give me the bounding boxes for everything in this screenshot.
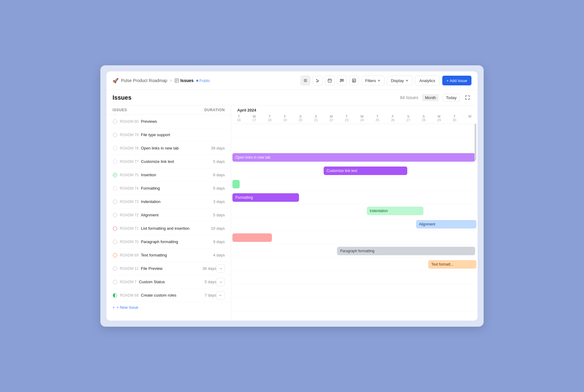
scroll-right-btn[interactable]: → (216, 264, 225, 273)
toolbar-actions: Filters Display Analytics + Add Issue (301, 76, 471, 85)
bar-label: Formatting (235, 195, 253, 200)
issue-row: ROADM 74 Formatting 5 days (106, 182, 231, 195)
issue-left: ROADM 74 Formatting (113, 186, 203, 191)
breadcrumb: 🚀 Pulse Product Roadmap > Issues Public (113, 78, 210, 84)
gantt-row-list-formatting (231, 231, 478, 244)
gantt-bar-list-formatting[interactable] (232, 233, 272, 242)
circle-pink-icon (113, 226, 117, 231)
issue-left: ROADM 12 File Preview (113, 266, 195, 271)
issue-name[interactable]: Formatting (141, 186, 160, 191)
issues-title: Issues (113, 94, 131, 101)
issue-name[interactable]: Insertion (141, 173, 156, 177)
circle-dashed-icon (113, 160, 117, 164)
issue-left: ROADM 73 Indentation (113, 199, 203, 204)
issue-name[interactable]: Indentation (141, 199, 160, 204)
issue-status-icon (113, 213, 117, 218)
issues-count: 84 Issues (400, 95, 418, 100)
issue-name[interactable]: File type support (141, 132, 170, 137)
table-view-btn[interactable] (349, 76, 359, 85)
issue-id: ROADM 71 (120, 226, 138, 231)
gantt-bar-open-links[interactable]: Open links in new tab (232, 153, 475, 162)
issue-name[interactable]: File Preview (141, 266, 162, 271)
scrollbar-thumb[interactable] (474, 124, 476, 160)
scrollbar-track[interactable] (474, 105, 476, 321)
gantt-bar-customize-link[interactable]: Customize link text (324, 167, 407, 175)
issue-status-icon (113, 226, 117, 231)
issue-left: ROADM 71 List formatting and insertion (113, 226, 203, 231)
issue-status-icon (113, 253, 117, 258)
bar-label: Open links in new tab (235, 155, 270, 160)
issue-status-icon (113, 132, 117, 137)
issue-name[interactable]: Paragraph formatting (141, 239, 178, 244)
issue-row: ROADM 68 Create custom roles 7 days ← (106, 289, 231, 302)
issue-status-icon (113, 239, 117, 244)
project-name: Pulse Product Roadmap (121, 78, 167, 83)
board-view-btn[interactable] (337, 76, 347, 85)
circle-dashed-icon (113, 186, 117, 191)
issue-name[interactable]: Customize link text (141, 159, 174, 164)
issue-duration: 10 days (203, 226, 225, 231)
svg-rect-17 (352, 79, 356, 82)
analytics-button[interactable]: Analytics (415, 76, 440, 85)
list-view-btn[interactable] (301, 76, 310, 85)
new-issue-row[interactable]: + + New Issue (106, 302, 231, 313)
issue-duration: 5 days (203, 213, 225, 217)
issue-row: ROADM 73 Indentation 3 days (106, 195, 231, 208)
day-cell: S27 (401, 114, 416, 124)
circle-dashed-icon (113, 146, 117, 150)
issue-name[interactable]: Text formatting (141, 253, 167, 257)
chevron-down-icon-2 (405, 79, 408, 82)
add-issue-button[interactable]: + Add Issue (442, 76, 471, 85)
issue-id: ROADM 72 (120, 213, 138, 217)
issue-id: ROADM 12 (120, 266, 138, 271)
issue-id: ROADM 69 (120, 253, 138, 257)
calendar-view-btn[interactable] (325, 76, 335, 85)
gantt-bar-insertion[interactable] (232, 180, 240, 188)
gantt-icon (315, 78, 320, 83)
issue-name[interactable]: Alignment (141, 213, 158, 217)
issue-id: ROADM 70 (120, 240, 138, 244)
month-view-button[interactable]: Month (422, 94, 439, 101)
issue-id: ROADM 78 (120, 146, 138, 150)
filters-dropdown[interactable]: Filters (361, 76, 384, 85)
issue-name[interactable]: List formatting and insertion (141, 226, 189, 231)
issue-duration: 5 days (195, 280, 216, 284)
issue-status-icon (113, 159, 117, 164)
gantt-view-btn[interactable] (313, 76, 322, 85)
scroll-left-btn[interactable]: ← (216, 291, 225, 300)
gantt-bar-alignment[interactable]: Alignment (416, 220, 477, 229)
issue-name[interactable]: Open links in new tab (141, 146, 179, 150)
today-button[interactable]: Today (443, 94, 460, 101)
circle-empty-icon (113, 200, 117, 204)
gantt-bar-indentation[interactable]: Indentation (367, 207, 423, 215)
circle-empty-icon (113, 213, 117, 217)
circle-empty-icon (113, 280, 117, 284)
issue-name[interactable]: Previews (141, 119, 157, 124)
day-cell: T18 (262, 114, 277, 124)
svg-rect-9 (316, 81, 318, 82)
board-icon (340, 78, 344, 83)
issue-left: ROADM 72 Alignment (113, 213, 203, 218)
day-cell: S21 (308, 114, 324, 124)
expand-button[interactable] (464, 94, 471, 101)
issue-row: ROADM 72 Alignment 5 days (106, 208, 231, 222)
list-icon (303, 78, 308, 83)
gantt-row-open-links: Open links in new tab (231, 151, 478, 164)
svg-rect-15 (341, 79, 342, 81)
display-dropdown[interactable]: Display (387, 76, 412, 85)
issue-name[interactable]: Create custom roles (141, 293, 176, 297)
gantt-bar-formatting[interactable]: Formatting (232, 193, 299, 202)
gantt-bar-text-formatting[interactable]: Text formatt... (428, 260, 476, 269)
gantt-row-new-issue (231, 311, 478, 321)
day-cell: M29 (431, 114, 447, 124)
scroll-right-btn-2[interactable]: → (216, 278, 225, 286)
issue-name[interactable]: Custom Status (139, 280, 165, 284)
gantt-body: Open links in new tab Customize link tex… (231, 124, 478, 321)
issue-row: ROADM 75 Insertion 6 days (106, 168, 231, 182)
gantt-chart-panel: April 2024 T16 W17 T18 F19 S20 S21 M22 T… (231, 105, 478, 321)
bar-label: Customize link text (327, 169, 357, 173)
day-cell: T30 (447, 114, 462, 124)
gantt-bar-paragraph[interactable]: Paragraph formatting (337, 247, 475, 255)
rocket-icon: 🚀 (113, 78, 119, 84)
issue-left: ROADM 69 Text formatting (113, 253, 203, 258)
